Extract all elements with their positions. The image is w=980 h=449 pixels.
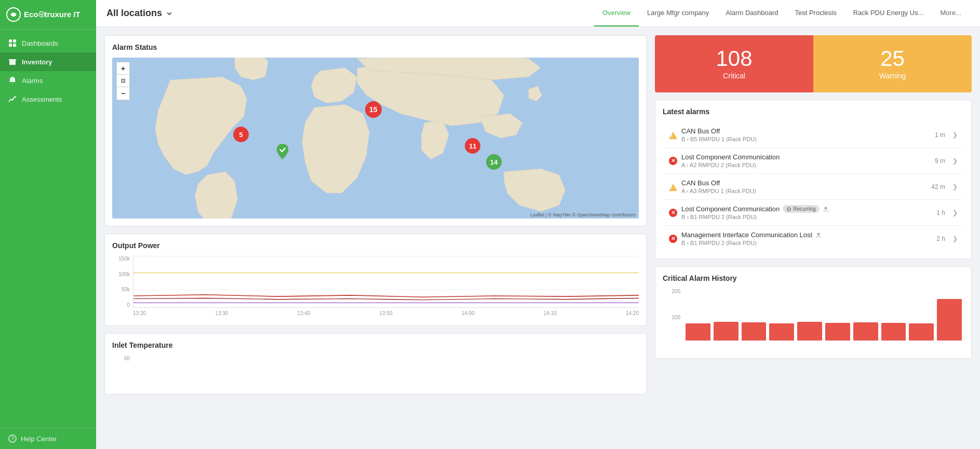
history-bar-0 [686,323,710,341]
map-pin-14[interactable]: 14 [486,154,502,170]
history-bar-7 [881,323,906,341]
alarm-name-1: CAN Bus Off [681,127,931,135]
nav-menu: Dashboards Inventory Alarms Assessments [0,30,96,428]
inlet-temp-chart-area: 60 [112,356,639,387]
alarm-details-3: CAN Bus Off A › A3 RMPDU 1 (Rack PDU) [681,179,927,194]
alarm-time-4: 1 h [936,209,945,216]
main-area: All locations Overview Large Mfgr compan… [96,0,980,449]
svg-rect-4 [13,44,16,47]
tab-test-proclesis[interactable]: Test Proclesis [787,0,845,26]
warning-label: Warning [879,72,906,80]
critical-alarm-card: 108 Critical [655,35,813,92]
history-bar-3 [769,323,794,341]
map-pin-check[interactable] [275,143,290,160]
inlet-temperature-title: Inlet Temperature [112,341,639,349]
alarm-details-5: Management Interface Communication Lost … [681,231,932,246]
critical-alarm-history-card: Critical Alarm History 200 100 [655,266,972,359]
svg-point-8 [824,207,827,209]
sidebar-item-dashboards[interactable]: Dashboards [0,34,96,52]
tab-bar: Overview Large Mfgr company Alarm Dashbo… [594,0,970,26]
alarm-path-2: A › A2 RMPDU 2 (Rack PDU) [681,162,931,168]
map-attribution: Leaflet | © MapTiler © OpenStreetMap con… [530,212,636,217]
help-center-button[interactable]: ? Help Center [0,428,96,449]
alarm-status-card: Alarm Status [104,35,647,226]
alarm-time-5: 2 h [936,235,945,242]
alarm-expand-5[interactable]: ❯ [952,235,958,242]
help-icon: ? [8,434,17,443]
critical-count: 108 [716,48,752,70]
zoom-out-button[interactable]: − [117,87,129,100]
alarm-name-3: CAN Bus Off [681,179,927,187]
alarm-row-3[interactable]: CAN Bus Off A › A3 RMPDU 1 (Rack PDU) 42… [663,174,964,200]
history-bar-2 [742,322,767,341]
tab-alarm-dashboard[interactable]: Alarm Dashboard [717,0,786,26]
alarm-expand-4[interactable]: ❯ [952,209,958,216]
location-title[interactable]: All locations [106,8,173,19]
tab-overview[interactable]: Overview [594,0,639,26]
alarm-details-1: CAN Bus Off B › B5 RMPDU 1 (Rack PDU) [681,127,931,142]
output-power-card: Output Power 150k 100k 50k 0 [104,234,647,326]
map-controls: + ⊡ − [116,62,130,100]
right-panel: 108 Critical 25 Warning Latest alarms CA… [655,35,972,441]
alarm-expand-1[interactable]: ❯ [952,131,958,139]
error-icon-5: ✕ [669,235,677,243]
alarm-path-5: B › B1 RMPDU 2 (Rack PDU) [681,240,932,246]
alarm-name-5: Management Interface Communication Lost [681,231,932,239]
content-area: Alarm Status [96,27,980,449]
location-title-text: All locations [106,8,162,19]
history-bar-5 [825,323,850,341]
history-bar-9 [937,299,962,341]
history-bar-6 [853,322,878,341]
history-bar-4 [797,322,822,341]
svg-rect-2 [13,39,16,43]
sidebar-item-dashboards-label: Dashboards [22,39,58,47]
alarm-expand-2[interactable]: ❯ [952,157,958,165]
alarm-time-3: 42 m [931,183,945,191]
zoom-extent-button[interactable]: ⊡ [117,75,129,87]
topbar: All locations Overview Large Mfgr compan… [96,0,980,27]
alarm-row-1[interactable]: CAN Bus Off B › B5 RMPDU 1 (Rack PDU) 1 … [663,122,964,148]
sidebar-item-inventory-label: Inventory [22,58,52,66]
alarm-row-2[interactable]: ✕ Lost Component Communication A › A2 RM… [663,148,964,174]
warning-alarm-card: 25 Warning [813,35,972,92]
tab-large-mfgr[interactable]: Large Mfgr company [639,0,717,26]
map-pin-15[interactable]: 15 [365,101,382,118]
output-power-chart-area [133,256,639,308]
alarm-name-4: Lost Component Communication Recurring [681,205,932,213]
chart-icon [8,95,17,103]
alarm-summary: 108 Critical 25 Warning [655,35,972,92]
sidebar-item-assessments[interactable]: Assessments [0,90,96,108]
history-yaxis: 200 100 [663,289,682,341]
output-power-yaxis: 150k 100k 50k 0 [112,256,132,308]
alarm-time-2: 9 m [935,157,945,165]
alarm-status-title: Alarm Status [112,43,639,51]
svg-point-9 [817,233,820,235]
output-power-title: Output Power [112,241,639,250]
alarm-time-1: 1 m [935,131,945,139]
tab-rack-pdu[interactable]: Rack PDU Energy Us... [845,0,932,26]
left-panel: Alarm Status [104,35,647,441]
warning-icon-3 [669,184,677,191]
chevron-down-icon [165,9,173,18]
output-power-chart: 150k 100k 50k 0 [112,256,639,318]
alarm-row-5[interactable]: ✕ Management Interface Communication Los… [663,226,964,251]
box-icon [8,58,17,66]
alarm-details-4: Lost Component Communication Recurring B [681,205,932,220]
sidebar: Eco⦾truxure IT Dashboards Inventory Alar… [0,0,96,449]
grid-icon [8,39,17,47]
sidebar-item-alarms-label: Alarms [22,77,43,85]
history-bars [683,289,964,341]
zoom-in-button[interactable]: + [117,62,129,75]
sidebar-item-inventory[interactable]: Inventory [0,52,96,71]
map-container[interactable]: + ⊡ − 5 15 11 14 [112,58,639,219]
svg-rect-3 [9,44,12,47]
app-logo: Eco⦾truxure IT [0,0,96,30]
warning-count: 25 [880,48,905,70]
alarm-row-4[interactable]: ✕ Lost Component Communication Recurring [663,200,964,226]
alarm-expand-3[interactable]: ❯ [952,183,958,191]
output-power-lines [133,256,639,307]
error-icon-2: ✕ [669,157,677,165]
tab-more[interactable]: More... [932,0,970,26]
sidebar-item-alarms[interactable]: Alarms [0,71,96,90]
alarm-path-4: B › B1 RMPDU 2 (Rack PDU) [681,214,932,220]
